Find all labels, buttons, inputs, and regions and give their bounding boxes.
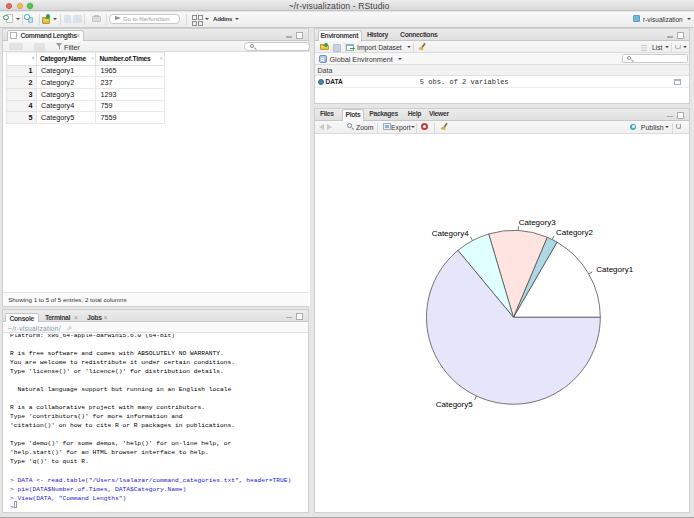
- svg-text:Category5: Category5: [435, 399, 472, 408]
- svg-text:Category4: Category4: [431, 228, 468, 237]
- svg-text:Category1: Category1: [596, 265, 633, 274]
- svg-text:Category3: Category3: [518, 217, 555, 226]
- svg-text:Category2: Category2: [556, 227, 593, 236]
